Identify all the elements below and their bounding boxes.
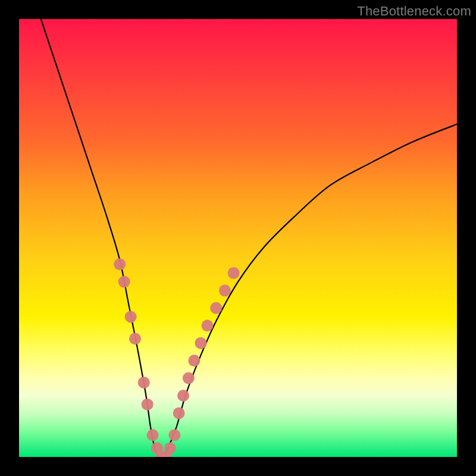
highlight-dot (138, 377, 150, 389)
highlight-dot (177, 390, 189, 402)
highlight-dot (195, 337, 206, 349)
highlight-dot (219, 284, 231, 296)
highlight-dot (173, 407, 185, 419)
plot-area (19, 19, 457, 457)
highlight-dot (129, 333, 141, 345)
watermark-text: TheBottleneck.com (357, 4, 471, 19)
highlight-dot (118, 276, 130, 288)
highlight-dot (142, 399, 154, 411)
highlight-dot (183, 372, 195, 384)
bottleneck-curve (19, 19, 457, 457)
curve-path (41, 19, 457, 457)
highlight-dot (164, 442, 176, 454)
highlight-dot (188, 355, 200, 367)
highlight-dot (228, 267, 240, 279)
chart-frame: TheBottleneck.com (0, 0, 476, 476)
highlight-dot (125, 311, 137, 322)
highlight-dot (146, 429, 158, 441)
highlight-dot (168, 429, 180, 441)
highlight-dot (201, 320, 213, 331)
highlight-dot (210, 302, 222, 314)
highlight-dot (114, 258, 126, 270)
